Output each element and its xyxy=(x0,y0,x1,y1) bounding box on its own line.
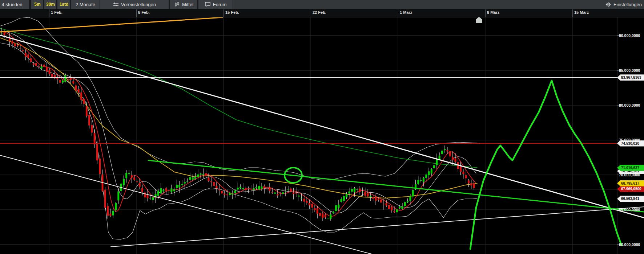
price-gridline-label: 85.000,0000 xyxy=(619,68,644,73)
bollinger-upper-line xyxy=(0,17,477,180)
toolbar-divider xyxy=(56,0,57,9)
date-tick-separator xyxy=(572,9,573,17)
date-tick-label: 15 Feb. xyxy=(225,10,239,15)
toolbar-divider xyxy=(43,0,44,9)
date-tick-label: 8 Feb. xyxy=(138,10,150,15)
green-ma-line xyxy=(0,28,477,168)
price-gridline-label: 65.000,0000 xyxy=(619,207,644,212)
white-trendline-steep[interactable] xyxy=(0,155,371,254)
orange-trendline[interactable] xyxy=(0,17,222,32)
timeframe-30m[interactable]: 30m xyxy=(44,0,57,9)
forum-button[interactable]: Forum xyxy=(198,0,233,9)
date-axis[interactable]: 1 Feb.8 Feb.15 Feb.22 Feb.1 März8 März15… xyxy=(0,9,644,17)
toolbar-divider xyxy=(70,0,71,9)
trading-platform-window: { "toolbar": { "buttons": [ {"id": "time… xyxy=(0,0,644,254)
settings-button[interactable]: Einstellungen xyxy=(605,0,642,9)
forum-button-label: Forum xyxy=(213,2,227,7)
white-line-price-badge: 66.563,841 xyxy=(617,196,644,202)
timeframe-1std-label: 1std xyxy=(60,2,69,7)
toolbar-divider xyxy=(169,0,170,9)
mittel-button-label: Mittel xyxy=(182,2,193,7)
white-trendline-upper[interactable] xyxy=(0,35,644,218)
voreinstellungen-button-label: Voreinstellungen xyxy=(121,2,156,7)
candlestick-icon xyxy=(174,2,180,7)
white-trendline-ascending[interactable] xyxy=(111,207,644,247)
horizontal-line-price-badge: 83.967,8363 xyxy=(617,74,644,81)
toolbar-divider xyxy=(233,0,233,9)
toolbar-divider xyxy=(100,0,100,9)
bollinger-middle-line xyxy=(0,31,476,213)
voreinstellungen-button[interactable]: Voreinstellungen xyxy=(100,0,169,9)
timeframe-1std[interactable]: 1std xyxy=(57,0,71,9)
date-tick-separator xyxy=(485,9,486,17)
price-gridline-label: 80.000,0000 xyxy=(619,103,644,108)
yellow-ma-price-badge: 68.795,617 xyxy=(617,180,644,187)
date-tick-label: 1 März xyxy=(400,10,412,15)
date-tick-separator xyxy=(224,9,224,17)
bollinger-lower-line xyxy=(0,43,477,239)
last-price-badge: 67.969,0500 xyxy=(617,186,644,192)
date-tick-label: 15 März xyxy=(574,10,589,15)
price-axis-pane xyxy=(617,17,644,254)
up-pointer-marker-icon[interactable] xyxy=(476,17,482,23)
date-tick-separator xyxy=(311,9,311,17)
toolbar-divider xyxy=(197,0,198,9)
range-2-monate[interactable]: 2 Monate xyxy=(71,0,100,9)
timeframe-4-stunden[interactable]: 4 stunden xyxy=(0,0,29,9)
price-gridlines xyxy=(0,36,617,245)
timeframe-5m-label: 5m xyxy=(34,2,40,7)
date-tick-label: 8 März xyxy=(487,10,499,15)
timeframe-5m[interactable]: 5m xyxy=(31,0,44,9)
date-tick-label: 1 Feb. xyxy=(51,10,63,15)
date-tick-separator xyxy=(398,9,398,17)
settings-label: Einstellungen xyxy=(613,2,642,7)
timeframe-30m-label: 30m xyxy=(46,2,55,7)
speech-bubble-icon xyxy=(205,2,211,7)
toolbar: 4 stunden5m30m1std2 MonateVoreinstellung… xyxy=(0,0,644,9)
chart-canvas[interactable] xyxy=(0,0,644,254)
date-tick-separator xyxy=(49,9,49,17)
green-projection-line[interactable] xyxy=(470,81,621,249)
price-gridline-label: 60.000,0000 xyxy=(619,242,644,247)
timeframe-4-stunden-label: 4 stunden xyxy=(1,2,22,7)
sliders-icon xyxy=(113,2,119,7)
red-alert-line-price-badge: 74.530,020 xyxy=(617,140,644,147)
date-tick-separator xyxy=(136,9,137,17)
date-gridlines xyxy=(49,17,572,254)
range-2-monate-label: 2 Monate xyxy=(76,2,95,7)
gear-icon xyxy=(605,2,611,7)
green-ma-price-badge: 71.016,637 xyxy=(617,165,644,171)
toolbar-divider xyxy=(29,0,31,9)
mittel-button[interactable]: Mittel xyxy=(170,0,198,9)
price-gridline-label: 90.000,0000 xyxy=(619,33,644,38)
date-tick-label: 22 Feb. xyxy=(313,10,326,15)
